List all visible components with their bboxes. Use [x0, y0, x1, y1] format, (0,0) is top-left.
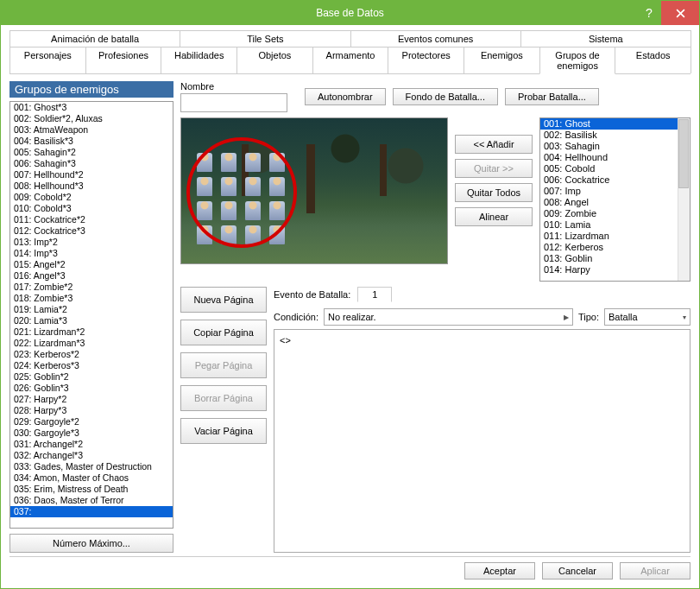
tab[interactable]: Protectores: [388, 47, 464, 73]
list-item[interactable]: 009: Cobold*2: [10, 192, 173, 203]
scrollbar-thumb[interactable]: [678, 119, 689, 188]
tab[interactable]: Profesiones: [85, 47, 162, 73]
list-item[interactable]: 010: Cobold*3: [10, 203, 173, 214]
list-item[interactable]: 027: Harpy*2: [10, 394, 173, 405]
list-item[interactable]: 012: Cockatrice*3: [10, 225, 173, 237]
scrollbar[interactable]: [678, 118, 690, 281]
chevron-down-icon: ▾: [683, 314, 686, 321]
tab[interactable]: Estados: [615, 47, 691, 73]
list-item[interactable]: 006: Sahagin*3: [10, 158, 173, 169]
list-item[interactable]: 021: Lizardman*2: [10, 326, 173, 338]
ok-button[interactable]: Aceptar: [464, 562, 535, 580]
list-item[interactable]: 034: Amon, Master of Chaos: [10, 472, 173, 484]
list-item[interactable]: 028: Harpy*3: [10, 405, 173, 416]
apply-button[interactable]: Aplicar: [620, 562, 691, 580]
clear-page-button[interactable]: Vaciar Página: [180, 418, 267, 444]
list-item[interactable]: 011: Cockatrice*2: [10, 214, 173, 225]
titlebar: Base de Datos ?: [1, 1, 699, 25]
list-item[interactable]: 036: Daos, Master of Terror: [10, 495, 173, 506]
list-item[interactable]: 033: Gades, Master of Destruction: [10, 461, 173, 472]
delete-page-button[interactable]: Borrar Página: [180, 385, 267, 411]
list-item[interactable]: 030: Gargoyle*3: [10, 428, 173, 439]
list-item[interactable]: 010: Lamia: [540, 219, 690, 231]
tab[interactable]: Objetos: [236, 47, 313, 73]
list-item[interactable]: 001: Ghost: [540, 118, 690, 130]
list-item[interactable]: 004: Hellhound: [540, 152, 690, 163]
list-item[interactable]: 013: Imp*2: [10, 237, 173, 248]
list-item[interactable]: 016: Angel*3: [10, 270, 173, 282]
tab[interactable]: Personajes: [9, 47, 86, 73]
list-item[interactable]: 009: Zombie: [540, 208, 690, 219]
list-item[interactable]: 017: Zombie*2: [10, 282, 173, 293]
list-item[interactable]: 008: Angel: [540, 197, 690, 208]
list-item[interactable]: 005: Cobold: [540, 163, 690, 174]
test-battle-button[interactable]: Probar Batalla...: [505, 88, 599, 105]
battle-bg-button[interactable]: Fondo de Batalla...: [393, 88, 498, 105]
list-item[interactable]: 019: Lamia*2: [10, 304, 173, 315]
autoname-button[interactable]: Autonombrar: [305, 88, 386, 105]
list-item[interactable]: 018: Zombie*3: [10, 293, 173, 304]
align-button[interactable]: Alinear: [455, 207, 533, 226]
list-item[interactable]: 001: Ghost*3: [10, 102, 173, 113]
event-page-tab[interactable]: 1: [357, 287, 392, 302]
tab[interactable]: Enemigos: [464, 47, 540, 73]
list-item[interactable]: 007: Imp: [540, 186, 690, 197]
name-input[interactable]: [180, 93, 287, 112]
list-item[interactable]: 020: Lamia*3: [10, 315, 173, 326]
tipo-select[interactable]: Batalla ▾: [604, 308, 691, 326]
tab[interactable]: Eventos comunes: [350, 30, 521, 47]
list-item[interactable]: 025: Goblin*2: [10, 371, 173, 383]
list-item[interactable]: 024: Kerberos*3: [10, 360, 173, 371]
list-item[interactable]: 037:: [10, 506, 173, 517]
close-button[interactable]: [661, 1, 699, 25]
list-item[interactable]: 029: Gargoyle*2: [10, 416, 173, 428]
tab[interactable]: Sistema: [520, 30, 691, 47]
list-item[interactable]: 003: AtmaWeapon: [10, 124, 173, 136]
max-number-button[interactable]: Número Máximo...: [9, 534, 173, 553]
list-item[interactable]: 014: Harpy: [540, 264, 690, 276]
list-item[interactable]: 004: Basilisk*3: [10, 136, 173, 147]
paste-page-button[interactable]: Pegar Página: [180, 352, 267, 378]
tipo-value: Batalla: [609, 312, 638, 322]
tab[interactable]: Habilidades: [161, 47, 237, 73]
new-page-button[interactable]: Nueva Página: [180, 287, 267, 313]
list-item[interactable]: 007: Hellhound*2: [10, 169, 173, 180]
tab[interactable]: Tile Sets: [180, 30, 350, 47]
tipo-label: Tipo:: [578, 312, 599, 322]
list-item[interactable]: 005: Sahagin*2: [10, 147, 173, 158]
list-item[interactable]: 006: Cockatrice: [540, 174, 690, 186]
group-list[interactable]: 001: Ghost*3002: Soldier*2, Aluxas003: A…: [9, 101, 173, 529]
list-item[interactable]: 011: Lizardman: [540, 231, 690, 242]
tab[interactable]: Animación de batalla: [9, 30, 180, 47]
help-button[interactable]: ?: [637, 1, 661, 25]
list-item[interactable]: 008: Hellhound*3: [10, 180, 173, 192]
list-item[interactable]: 035: Erim, Mistress of Death: [10, 484, 173, 495]
close-icon: [676, 9, 685, 18]
tab[interactable]: Armamento: [312, 47, 389, 73]
list-item[interactable]: 003: Sahagin: [540, 141, 690, 152]
add-enemy-button[interactable]: << Añadir: [455, 135, 533, 154]
remove-enemy-button[interactable]: Quitar >>: [455, 159, 533, 178]
battle-event-label: Evento de Batalla:: [274, 289, 350, 300]
tab-strip: Animación de batallaTile SetsEventos com…: [9, 30, 691, 74]
battle-preview: [180, 117, 448, 264]
condition-label: Condición:: [274, 312, 318, 322]
list-item[interactable]: 002: Soldier*2, Aluxas: [10, 113, 173, 124]
remove-all-button[interactable]: Quitar Todos: [455, 183, 533, 202]
list-item[interactable]: 023: Kerberos*2: [10, 349, 173, 360]
list-item[interactable]: 022: Lizardman*3: [10, 338, 173, 349]
list-item[interactable]: 012: Kerberos: [540, 242, 690, 253]
list-item[interactable]: 031: Archangel*2: [10, 439, 173, 450]
list-item[interactable]: 002: Basilisk: [540, 130, 690, 141]
copy-page-button[interactable]: Copiar Página: [180, 320, 267, 345]
list-item[interactable]: 032: Archangel*3: [10, 450, 173, 461]
list-item[interactable]: 014: Imp*3: [10, 248, 173, 259]
tab[interactable]: Grupos de enemigos: [539, 47, 616, 74]
cancel-button[interactable]: Cancelar: [542, 562, 613, 580]
list-item[interactable]: 013: Goblin: [540, 253, 690, 264]
condition-select[interactable]: No realizar. ▶: [324, 308, 573, 326]
list-item[interactable]: 026: Goblin*3: [10, 383, 173, 394]
enemy-list[interactable]: 001: Ghost002: Basilisk003: Sahagin004: …: [539, 117, 691, 282]
list-item[interactable]: 015: Angel*2: [10, 259, 173, 270]
event-script-box[interactable]: <>: [274, 329, 691, 553]
